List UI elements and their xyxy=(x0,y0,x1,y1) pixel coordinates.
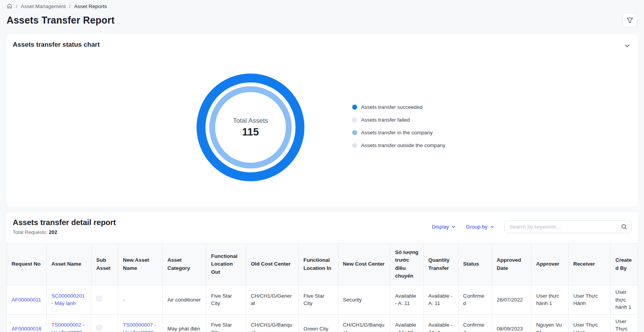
table-cell: TS00000002 - HaoTest3008 xyxy=(47,314,92,332)
donut-center-value: 115 xyxy=(242,126,259,138)
table-cell: - xyxy=(118,285,163,315)
search-input[interactable] xyxy=(504,220,632,233)
table-cell: User Thực Hành xyxy=(569,285,611,315)
column-header: Sub Asset xyxy=(92,244,118,285)
cell-link[interactable]: AF00000016 xyxy=(12,326,41,332)
table-cell: Confirmed xyxy=(458,285,492,315)
cell-link[interactable]: - xyxy=(123,297,125,303)
table-header-row: Request NoAsset NameSub AssetNew Asset N… xyxy=(7,244,638,285)
group-by-dropdown-label: Group by xyxy=(466,224,487,230)
cell-link[interactable]: TS00000002 - HaoTest3008 xyxy=(51,322,85,332)
table-cell: User thực hành 1 xyxy=(532,285,569,315)
legend-item[interactable]: Assets transfer failed xyxy=(352,116,445,124)
column-header: Asset Category xyxy=(163,244,206,285)
cell-link[interactable]: AF00000011 xyxy=(12,297,41,303)
column-header: Số lượng trước điều chuyển xyxy=(390,244,424,285)
filter-funnel-icon xyxy=(627,17,633,24)
group-by-dropdown[interactable]: Group by xyxy=(466,224,494,230)
page-header: Assets Transfer Report xyxy=(0,9,644,27)
column-header: Quantity Transfer xyxy=(424,244,458,285)
table-cell: Available - A: 11 xyxy=(424,285,458,315)
table-cell: Available - A1: 1 xyxy=(424,314,458,332)
total-requests: Total Requests: 202 xyxy=(13,229,116,235)
table-cell xyxy=(92,285,118,315)
filter-button[interactable] xyxy=(623,13,637,27)
page-title: Assets Transfer Report xyxy=(7,15,115,26)
table-cell: 08/09/2023 xyxy=(492,314,532,332)
table-cell: Máy phát điện xyxy=(163,314,206,332)
column-header: Functional Location Out xyxy=(206,244,246,285)
table-cell: 28/07/2022 xyxy=(492,285,532,315)
row-checkbox[interactable] xyxy=(96,296,102,302)
detail-report-title: Assets transfer detail report xyxy=(13,218,116,227)
table-cell: TS00000007 - HaoTest3008 xyxy=(118,314,163,332)
legend-dot xyxy=(352,130,357,135)
table-cell xyxy=(92,314,118,332)
table-cell: Security xyxy=(338,285,390,315)
breadcrumb: / Asset Management / Asset Reports xyxy=(0,0,644,9)
column-header: Created By xyxy=(611,244,638,285)
donut-center-label: Total Assets xyxy=(233,117,268,125)
column-header: Asset Name xyxy=(47,244,92,285)
table-cell: Confirmed xyxy=(458,314,492,332)
column-header: Approver xyxy=(532,244,569,285)
chart-card-title: Assets transfer status chart xyxy=(13,41,100,49)
row-checkbox[interactable] xyxy=(96,325,102,331)
legend-label: Assets transfer in the company xyxy=(361,130,433,136)
table-cell: AF00000016 xyxy=(7,314,47,332)
column-header: Request No xyxy=(7,244,47,285)
table-cell: User Thực Hành xyxy=(611,314,638,332)
table-cell: Available - A1: 10 xyxy=(390,314,424,332)
breadcrumb-item-asset-reports[interactable]: Asset Reports xyxy=(74,3,107,9)
column-header: Old Cost Center xyxy=(246,244,299,285)
legend-dot xyxy=(352,143,357,148)
total-requests-value: 202 xyxy=(49,229,57,235)
table-cell: AF00000011 xyxy=(7,285,47,315)
column-header: New Cost Center xyxy=(338,244,390,285)
column-header: New Asset Name xyxy=(118,244,163,285)
column-header: Receiver xyxy=(569,244,611,285)
assets-transfer-table: Request NoAsset NameSub AssetNew Asset N… xyxy=(7,243,638,332)
table-cell: CH/CH1/G/Banquet xyxy=(246,314,299,332)
legend-label: Assets transfer failed xyxy=(361,117,410,123)
table-cell: Nguyen Vu 01 xyxy=(532,314,569,332)
cell-link[interactable]: TS00000007 - HaoTest3008 xyxy=(123,322,156,332)
legend-item[interactable]: Assets transfer outside the company xyxy=(352,141,445,149)
detail-report-card: Assets transfer detail report Total Requ… xyxy=(7,212,638,332)
breadcrumb-separator: / xyxy=(16,3,17,9)
donut-chart: Total Assets 115 xyxy=(196,73,305,181)
display-dropdown-label: Display xyxy=(432,224,449,230)
chart-card: Assets transfer status chart Total Asset… xyxy=(7,34,638,206)
column-header: Approved Date xyxy=(492,244,532,285)
table-cell: Five Star City xyxy=(206,314,246,332)
chart-legend: Assets transfer succeededAssets transfer… xyxy=(352,103,445,154)
chevron-down-icon xyxy=(451,225,456,229)
table-cell: Five Star City xyxy=(299,285,338,315)
legend-item[interactable]: Assets transfer in the company xyxy=(352,129,445,136)
breadcrumb-item-asset-management[interactable]: Asset Management xyxy=(21,3,66,9)
total-requests-label: Total Requests: xyxy=(13,229,48,235)
legend-label: Assets transfer succeeded xyxy=(361,104,423,110)
legend-label: Assets transfer outside the company xyxy=(361,142,445,148)
table-cell: CH/CH1/G/General xyxy=(246,285,299,315)
table-cell: Five Star City xyxy=(206,285,246,315)
search-icon[interactable] xyxy=(621,224,627,230)
legend-item[interactable]: Assets transfer succeeded xyxy=(352,103,445,111)
table-cell: Available - A: 11 xyxy=(390,285,424,315)
table-cell: User thực hành 1 xyxy=(611,285,638,315)
table-row: AF00000016TS00000002 - HaoTest3008TS0000… xyxy=(7,314,638,332)
table-cell: Green City xyxy=(299,314,338,332)
breadcrumb-separator: / xyxy=(69,3,71,9)
table-cell: SC000000201 - Máy lạnh xyxy=(47,285,92,315)
column-header: Functional Location In xyxy=(299,244,338,285)
home-icon[interactable] xyxy=(7,3,12,9)
chevron-down-icon xyxy=(490,225,494,229)
table-row: AF00000011SC000000201 - Máy lạnh-Air con… xyxy=(7,285,638,315)
table-cell: CH/CH1/G/Banquet xyxy=(338,314,390,332)
collapse-chevron-icon[interactable] xyxy=(623,42,631,50)
display-dropdown[interactable]: Display xyxy=(432,224,456,230)
column-header: Status xyxy=(458,244,492,285)
cell-link[interactable]: SC000000201 - Máy lạnh xyxy=(51,293,85,307)
legend-dot xyxy=(352,117,357,122)
table-cell: Air conditioner xyxy=(163,285,206,315)
